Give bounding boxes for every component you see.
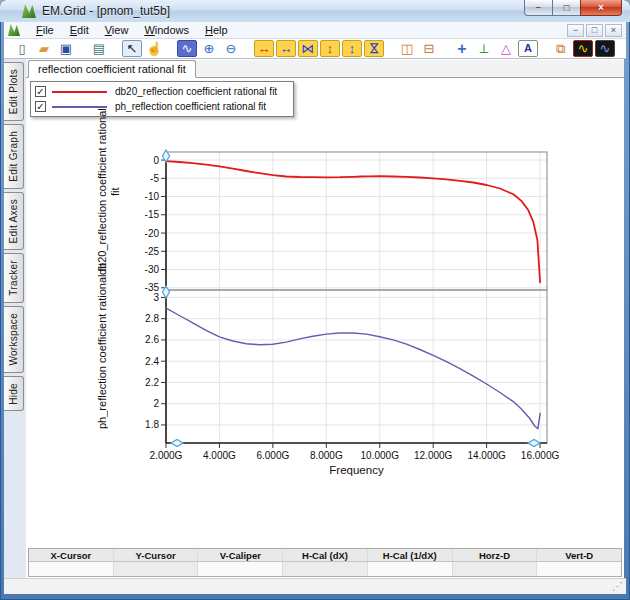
menu-help[interactable]: Help [197, 23, 236, 37]
legend-label: db20_reflection coefficient rational fit [115, 86, 277, 97]
crosshair-button[interactable]: + [452, 40, 472, 57]
maximize-button[interactable]: □ [553, 0, 580, 16]
waveform-view-button[interactable]: ∿ [595, 40, 615, 57]
stretch-y-button[interactable]: ↕ [342, 40, 362, 57]
expand-x-button[interactable]: ↔ [254, 40, 274, 57]
compress-y-icon: ⋈ [368, 42, 381, 55]
mdi-minimize-button[interactable]: − [567, 24, 584, 37]
cursor-table: X-CursorY-CursorV-CaliperH-Cal (dX)H-Cal… [28, 548, 622, 577]
cursor-table-header: X-CursorY-CursorV-CaliperH-Cal (dX)H-Cal… [29, 549, 621, 562]
new-document-button[interactable]: ▯ [12, 40, 32, 57]
stretch-y-icon: ↕ [349, 42, 356, 55]
resize-grip-icon[interactable]: ⋰ [612, 580, 626, 593]
pan-hand-button[interactable]: ☝ [144, 40, 164, 57]
mdi-close-button[interactable]: × [605, 24, 622, 37]
crosshair-icon: + [457, 41, 466, 57]
statusbar: ⋰ [4, 578, 626, 594]
compress-x-button[interactable]: ⋈ [298, 40, 318, 57]
cursor-value-y-cursor[interactable] [114, 562, 199, 576]
sidebar-tab-label: Edit Plots [8, 69, 19, 114]
expand-y-button[interactable]: ↕ [320, 40, 340, 57]
cursor-value-h-cal-dx[interactable] [283, 562, 368, 576]
svg-text:2.4: 2.4 [145, 356, 159, 367]
minimize-button[interactable]: − [524, 0, 553, 16]
zoom-in-icon: ⊕ [204, 42, 215, 55]
waveform-view-icon: ∿ [600, 42, 611, 55]
legend-checkbox[interactable]: ✓ [35, 101, 46, 112]
svg-text:2.8: 2.8 [145, 313, 159, 324]
menu-file[interactable]: File [28, 23, 62, 37]
cursor-value-x-cursor[interactable] [29, 562, 114, 576]
overlay-windows-button[interactable]: ⧉ [551, 40, 571, 57]
legend-label: ph_reflection coefficient rational fit [115, 101, 266, 112]
split-vertical-button[interactable]: ◫ [397, 40, 417, 57]
print-button[interactable]: ▤ [89, 40, 109, 57]
sidebar-tab-label: Workspace [8, 313, 19, 366]
pan-hand-icon: ☝ [146, 42, 162, 55]
text-annotation-icon: A [524, 43, 532, 54]
stretch-x-button[interactable]: ↔ [276, 40, 296, 57]
legend-line-sample [52, 91, 107, 93]
legend-item-ph-reflection-coefficient-rati: ✓ph_reflection coefficient rational fit [35, 99, 289, 114]
zoom-out-button[interactable]: ⊖ [221, 40, 241, 57]
tabbar: reflection coefficient rational fit [26, 60, 624, 78]
sidebar-tab-edit-graph[interactable]: Edit Graph [4, 124, 24, 189]
open-folder-icon: ▰ [39, 42, 49, 55]
toolbar: ▯▰▣▤↖☝∿⊕⊖↔↔⋈↕↕⋈◫⊟+⟂△A⧉∿∿⇅⇄≡Layout [4, 39, 626, 59]
close-icon: × [598, 2, 604, 13]
expand-y-icon: ↕ [327, 42, 334, 55]
text-annotation-button[interactable]: A [518, 40, 538, 57]
svg-text:16.000G: 16.000G [521, 450, 560, 461]
svg-text:-20: -20 [145, 228, 160, 239]
cursor-value-h-cal-1-dx[interactable] [368, 562, 453, 576]
split-vertical-icon: ◫ [401, 42, 413, 55]
plot-mode-button[interactable]: ∿ [177, 40, 197, 57]
sidebar-tab-edit-plots[interactable]: Edit Plots [4, 62, 24, 121]
cursor-value-vert-d[interactable] [537, 562, 621, 576]
cursor-col-x-cursor: X-Cursor [29, 549, 114, 561]
cursor-col-horz-d: Horz-D [453, 549, 538, 561]
svg-text:-30: -30 [145, 264, 160, 275]
overlay-windows-icon: ⧉ [556, 42, 565, 55]
menu-view[interactable]: View [97, 23, 137, 37]
waveform-edit-button[interactable]: ∿ [573, 40, 593, 57]
cursor-col-v-caliper: V-Caliper [198, 549, 283, 561]
sidebar-tab-label: Hide [8, 383, 19, 405]
document-icon [8, 24, 20, 36]
workspace: reflection coefficient rational fit ✓db2… [26, 59, 624, 578]
sidebar-tab-hide[interactable]: Hide [4, 376, 24, 412]
select-arrow-button[interactable]: ↖ [122, 40, 142, 57]
save-button[interactable]: ▣ [56, 40, 76, 57]
graph-area: ✓db20_reflection coefficient rational fi… [26, 78, 624, 546]
legend-checkbox[interactable]: ✓ [35, 86, 46, 97]
legend-item-db20-reflection-coefficient-ra: ✓db20_reflection coefficient rational fi… [35, 84, 289, 99]
axes-tool-button[interactable]: ⟂ [474, 40, 494, 57]
zoom-in-button[interactable]: ⊕ [199, 40, 219, 57]
compress-x-icon: ⋈ [302, 42, 315, 55]
svg-text:2.000G: 2.000G [150, 450, 183, 461]
plot-mode-icon: ∿ [182, 42, 193, 55]
sidebar-tab-tracker[interactable]: Tracker [4, 253, 24, 303]
split-horizontal-button[interactable]: ⊟ [419, 40, 439, 57]
close-button[interactable]: × [580, 0, 622, 16]
sidebar-tab-label: Edit Axes [8, 199, 19, 243]
sidebar-tab-workspace[interactable]: Workspace [4, 306, 24, 373]
menu-items: FileEditViewWindowsHelp [28, 23, 236, 37]
mdi-restore-button[interactable]: □ [586, 24, 603, 37]
mdi-window-controls: −□× [567, 24, 622, 37]
tab-reflection-coefficient-rational-fit[interactable]: reflection coefficient rational fit [28, 60, 196, 78]
compress-y-button[interactable]: ⋈ [364, 40, 384, 57]
open-folder-button[interactable]: ▰ [34, 40, 54, 57]
waveform-edit-icon: ∿ [578, 42, 589, 55]
sidebar-tab-edit-axes[interactable]: Edit Axes [4, 192, 24, 250]
menu-edit[interactable]: Edit [62, 23, 97, 37]
plot-canvas[interactable]: 0-5-10-15-20-25-30-3532.82.62.42.221.82.… [80, 135, 580, 487]
svg-text:0: 0 [153, 155, 159, 166]
zoom-out-icon: ⊖ [226, 42, 237, 55]
cursor-value-v-caliper[interactable] [198, 562, 283, 576]
caliper-tool-button[interactable]: △ [496, 40, 516, 57]
menu-windows[interactable]: Windows [136, 23, 197, 37]
cursor-value-horz-d[interactable] [453, 562, 538, 576]
window-controls: − □ × [524, 0, 622, 16]
window-title: EM.Grid - [pmom_tut5b] [42, 4, 170, 18]
